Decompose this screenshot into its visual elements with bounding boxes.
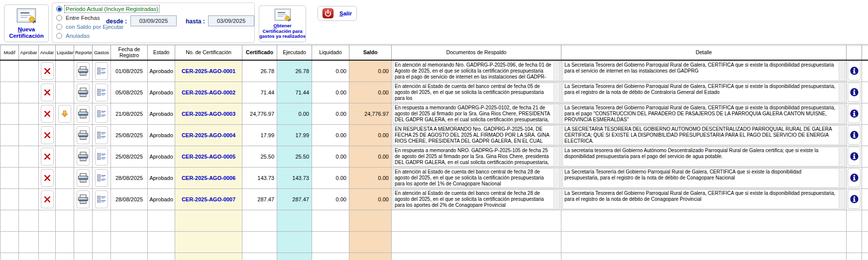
table-row: 05/08/2025 Aprobado CER-2025-AGO-0002 71… xyxy=(0,82,868,103)
detalle-textbox[interactable]: La Secretaria Tesorera del Gobierno Parr… xyxy=(562,83,845,102)
textbox-scrollbar[interactable] xyxy=(553,84,559,101)
textbox-scrollbar[interactable] xyxy=(839,126,844,144)
col-header-estado[interactable]: Estado xyxy=(148,45,175,60)
textbox-scrollbar[interactable] xyxy=(553,148,559,166)
col-header-aprobar[interactable]: Aprobar xyxy=(19,45,39,60)
cell-gastos xyxy=(93,167,111,188)
anular-button[interactable] xyxy=(41,84,54,101)
col-header-anular[interactable]: Anular xyxy=(39,45,56,60)
documentos-textbox[interactable]: En atención al Estado de cuenta del banc… xyxy=(393,189,560,209)
gastos-button[interactable] xyxy=(95,190,108,208)
col-header-detalle[interactable]: Detalle xyxy=(561,45,847,60)
gastos-button[interactable] xyxy=(95,84,108,101)
textbox-scrollbar[interactable] xyxy=(839,84,844,101)
cell-no-certificacion[interactable]: CER-2025-AGO-0003 xyxy=(175,103,242,124)
red-x-icon xyxy=(43,67,51,75)
nueva-certificacion-button[interactable]: Nueva Certificación xyxy=(4,4,49,42)
detalle-textbox[interactable]: La Secretaria Tesorera del Gobierno Parr… xyxy=(562,189,845,209)
salir-button[interactable]: Salir xyxy=(318,6,357,21)
textbox-scrollbar[interactable] xyxy=(839,105,844,123)
gastos-button[interactable] xyxy=(95,105,108,123)
col-header-reporte[interactable]: Reporte xyxy=(74,45,93,60)
anular-button[interactable] xyxy=(41,148,54,166)
detalle-textbox[interactable]: La secretaria tesorera del Gobierno Autó… xyxy=(562,147,845,167)
red-x-icon xyxy=(43,131,51,139)
cell-documentos-respaldo: EN RESPUESTA A MEMORANDO Nro. GADPRG-P-2… xyxy=(392,124,561,146)
info-button[interactable] xyxy=(848,189,861,209)
textbox-scrollbar[interactable] xyxy=(839,148,844,166)
reporte-button[interactable] xyxy=(77,62,90,80)
info-button[interactable] xyxy=(848,83,861,102)
cell-no-certificacion[interactable]: CER-2025-AGO-0002 xyxy=(175,82,242,103)
col-header-certificado[interactable]: Certificado xyxy=(242,45,277,60)
cell-liquidar xyxy=(56,167,74,188)
radio-label: Anuladas xyxy=(65,32,91,39)
documentos-textbox[interactable]: En respuesta a memorando GADPRG-P-2025-0… xyxy=(393,104,560,124)
desde-date-input[interactable] xyxy=(130,15,177,26)
empty-table-row xyxy=(0,210,868,231)
documentos-textbox[interactable]: EN RESPUESTA A MEMORANDO Nro. GADPRG-P-2… xyxy=(393,125,560,145)
col-header-no-certificacion[interactable]: No. de Certificación xyxy=(175,45,242,60)
anular-button[interactable] xyxy=(41,190,54,208)
reporte-button[interactable] xyxy=(77,169,90,187)
documentos-textbox[interactable]: En atención al memorando Nro. GADPRG-P-2… xyxy=(393,61,560,81)
textbox-scrollbar[interactable] xyxy=(839,62,844,80)
info-button[interactable] xyxy=(848,125,861,145)
col-header-fecha-registro[interactable]: Fecha de Registro xyxy=(111,45,148,60)
anular-button[interactable] xyxy=(41,126,54,144)
liquidar-button[interactable] xyxy=(58,105,71,123)
col-header-liquidado[interactable]: Liquidado xyxy=(312,45,349,60)
obtener-certificacion-button[interactable]: Obtener Certificación para gastos ya rea… xyxy=(259,5,306,42)
reporte-button[interactable] xyxy=(77,148,90,166)
detalle-textbox[interactable]: La Secretaría Tesorería del Gobierno Par… xyxy=(562,168,845,188)
anular-button[interactable] xyxy=(41,62,54,80)
reporte-button[interactable] xyxy=(77,190,90,208)
col-header-modif[interactable]: Modif xyxy=(0,45,19,60)
gastos-button[interactable] xyxy=(95,126,108,144)
detalle-textbox[interactable]: La Secretaria Tesorera del Gobierno Parr… xyxy=(562,61,845,81)
cell-certificado: 17.99 xyxy=(242,124,277,146)
hasta-date-input[interactable] xyxy=(208,15,254,26)
textbox-scrollbar[interactable] xyxy=(553,105,559,123)
cell-no-certificacion[interactable]: CER-2025-AGO-0007 xyxy=(175,188,242,210)
col-header-liquidar[interactable]: Liquidar xyxy=(56,45,74,60)
gastos-button[interactable] xyxy=(95,148,108,166)
textbox-scrollbar[interactable] xyxy=(553,190,559,208)
detalle-textbox[interactable]: La Secretaria Tesorera del Gobierno Parr… xyxy=(562,104,845,124)
info-icon xyxy=(850,130,859,140)
textbox-scrollbar[interactable] xyxy=(553,62,559,80)
detalle-textbox[interactable]: LA SECRETARIA TESORERA DEL GOBIERNO AUTO… xyxy=(562,125,845,145)
gastos-button[interactable] xyxy=(95,169,108,187)
cell-no-certificacion[interactable]: CER-2025-AGO-0005 xyxy=(175,146,242,167)
col-header-gastos[interactable]: Gastos xyxy=(93,45,111,60)
info-button[interactable] xyxy=(848,147,861,166)
periodo-radio-option[interactable]: Periodo Actual (Incluye Registradas) xyxy=(56,4,254,13)
documentos-textbox[interactable]: En atención al Estado de cuenta del banc… xyxy=(393,83,560,102)
reporte-button[interactable] xyxy=(77,105,90,123)
textbox-scrollbar[interactable] xyxy=(553,126,559,144)
info-button[interactable] xyxy=(848,104,861,123)
col-header-documentos-respaldo[interactable]: Documentos de Respaldo xyxy=(392,45,561,60)
gastos-button[interactable] xyxy=(95,62,108,80)
documentos-textbox[interactable]: En respuesta a memorando NRO. GADPRG-P-2… xyxy=(393,147,560,167)
cell-saldo: 0.00 xyxy=(349,188,392,210)
anular-button[interactable] xyxy=(41,169,54,187)
cell-no-certificacion[interactable]: CER-2025-AGO-0006 xyxy=(175,167,242,188)
textbox-scrollbar[interactable] xyxy=(839,190,844,208)
reporte-button[interactable] xyxy=(77,126,90,144)
info-button[interactable] xyxy=(848,61,861,81)
textbox-scrollbar[interactable] xyxy=(553,169,559,187)
cell-no-certificacion[interactable]: CER-2025-AGO-0004 xyxy=(175,124,242,146)
info-button[interactable] xyxy=(848,168,861,187)
cell-gastos xyxy=(93,146,111,167)
cell-no-certificacion[interactable]: CER-2025-AGO-0001 xyxy=(175,60,242,82)
col-header-ejecutado[interactable]: Ejecutado xyxy=(277,45,312,60)
anular-button[interactable] xyxy=(41,105,54,123)
col-header-saldo[interactable]: Saldo xyxy=(349,45,392,60)
cell-estado: Aprobado xyxy=(148,146,175,167)
periodo-radio-option[interactable]: Anuladas xyxy=(56,31,254,40)
documentos-textbox[interactable]: En atención al Estado de cuenta del banc… xyxy=(393,168,560,188)
cell-fecha-registro: 05/08/2025 xyxy=(111,82,148,103)
reporte-button[interactable] xyxy=(77,84,90,101)
textbox-scrollbar[interactable] xyxy=(839,169,844,187)
